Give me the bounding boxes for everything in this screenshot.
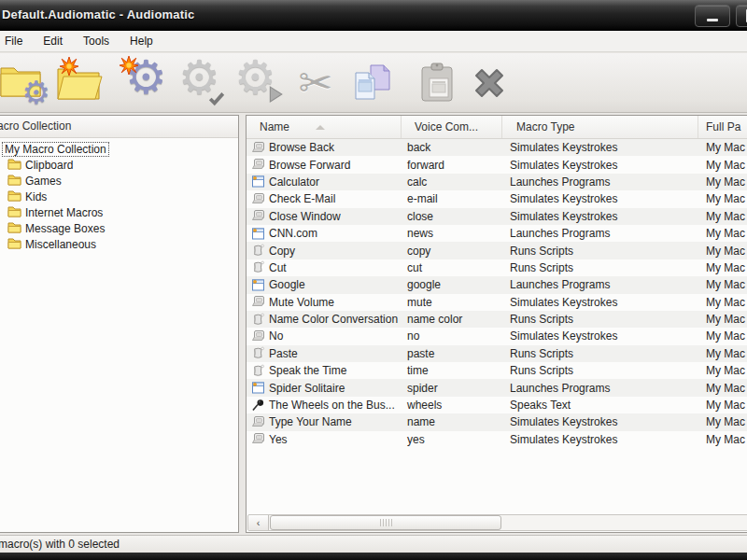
table-row[interactable]: Speak the Time time Runs Scripts My Mac [247, 362, 747, 379]
table-row[interactable]: Calculator calc Launches Programs My Mac [247, 174, 747, 190]
program-icon [251, 381, 265, 395]
speech-icon [251, 399, 265, 413]
table-row[interactable]: Google google Launches Programs My Mac [247, 276, 747, 293]
macro-name: Google [269, 278, 305, 291]
voice-command: spider [402, 382, 502, 395]
new-macro-button[interactable]: ⚙ [120, 56, 172, 110]
column-header-full-path[interactable]: Full Pa [698, 116, 747, 138]
tree-item-games[interactable]: Games [0, 173, 238, 189]
table-row[interactable]: Copy copy Runs Scripts My Mac [247, 242, 747, 259]
table-row[interactable]: CNN.com news Launches Programs My Mac [247, 225, 747, 242]
script-icon [251, 364, 265, 378]
table-row[interactable]: Yes yes Simulates Keystrokes My Mac [247, 431, 747, 448]
macro-type: Launches Programs [502, 175, 698, 189]
macro-type: Simulates Keystrokes [502, 159, 698, 172]
menu-bar: File Edit Tools Help [0, 31, 747, 52]
table-row[interactable]: No no Simulates Keystrokes My Mac [247, 328, 747, 344]
tree-item-internet-macros[interactable]: Internet Macros [0, 204, 238, 220]
minimize-icon [707, 19, 718, 21]
macro-type: Launches Programs [502, 227, 698, 240]
macro-name: Paste [269, 347, 298, 360]
full-path: My Mac [698, 210, 747, 223]
voice-command: mute [402, 296, 502, 309]
cut-button[interactable]: ✂ [289, 56, 342, 110]
folder-icon [7, 158, 21, 173]
macro-type: Runs Scripts [502, 245, 698, 258]
column-header-macro-type[interactable]: Macro Type [502, 116, 698, 138]
table-row[interactable]: The Wheels on the Bus... wheels Speaks T… [247, 397, 747, 413]
macro-name: Cut [269, 261, 287, 274]
collection-tree: My Macro Collection Clipboard [0, 138, 238, 252]
macro-type: Simulates Keystrokes [502, 415, 698, 428]
column-header-voice-command[interactable]: Voice Com... [402, 116, 502, 138]
program-icon [251, 227, 265, 241]
table-row[interactable]: Mute Volume mute Simulates Keystrokes My… [247, 294, 747, 311]
macro-type: Simulates Keystrokes [502, 296, 698, 309]
copy-button[interactable] [345, 56, 398, 110]
keystrokes-icon [251, 329, 265, 343]
menu-file[interactable]: File [0, 32, 33, 50]
paste-button[interactable] [411, 56, 463, 110]
full-path: My Mac [698, 175, 747, 189]
full-path: My Mac [698, 141, 747, 154]
voice-command: name [402, 415, 502, 428]
new-collection-button[interactable] [52, 56, 105, 110]
macro-type: Simulates Keystrokes [502, 433, 698, 446]
table-row[interactable]: Check E-Mail e-mail Simulates Keystrokes… [247, 190, 747, 207]
tree-item-my-macro-collection[interactable]: My Macro Collection [0, 141, 238, 157]
voice-command: news [402, 227, 502, 240]
macro-type: Simulates Keystrokes [502, 192, 698, 205]
folder-icon [7, 221, 21, 236]
scissors-icon: ✂ [299, 63, 333, 104]
macro-name: Calculator [269, 175, 319, 189]
horizontal-scrollbar[interactable]: ‹ [247, 514, 747, 531]
table-row[interactable]: Name Color Conversation name color Runs … [247, 311, 747, 328]
macro-name: No [269, 329, 283, 343]
table-row[interactable]: Close Window close Simulates Keystrokes … [247, 208, 747, 225]
table-row[interactable]: Paste paste Runs Scripts My Mac [247, 345, 747, 362]
macro-name: Spider Solitaire [269, 382, 345, 395]
tree-item-miscellaneous[interactable]: Miscellaneous [0, 236, 238, 252]
scroll-left-button[interactable]: ‹ [248, 515, 269, 530]
column-header-name[interactable]: Name [247, 116, 402, 138]
table-row[interactable]: Spider Solitaire spider Launches Program… [247, 379, 747, 396]
menu-tools[interactable]: Tools [73, 32, 120, 50]
titlebar[interactable]: Default.Audiomatic - Audiomatic ✕ [0, 0, 747, 31]
macro-type: Runs Scripts [502, 261, 698, 274]
full-path: My Mac [698, 382, 747, 395]
macro-type: Runs Scripts [502, 313, 698, 326]
macro-type: Speaks Text [502, 399, 698, 412]
table-row[interactable]: Browse Back back Simulates Keystrokes My… [247, 139, 747, 156]
gear-play-icon: ⚙ [234, 58, 281, 108]
run-macro-button[interactable]: ⚙ [232, 56, 284, 110]
tree-item-message-boxes[interactable]: Message Boxes [0, 220, 238, 236]
menu-help[interactable]: Help [120, 32, 163, 50]
collection-settings-button[interactable]: ⚙ [0, 56, 50, 110]
keystrokes-icon [251, 141, 265, 155]
table-row[interactable]: Type Your Name name Simulates Keystrokes… [247, 413, 747, 430]
table-row[interactable]: Browse Forward forward Simulates Keystro… [247, 156, 747, 173]
maximize-button[interactable] [736, 5, 747, 27]
menu-edit[interactable]: Edit [33, 32, 73, 50]
table-row[interactable]: Cut cut Runs Scripts My Mac [247, 259, 747, 276]
macro-type: Simulates Keystrokes [502, 329, 698, 343]
voice-command: e-mail [402, 192, 502, 205]
minimize-button[interactable] [695, 5, 730, 27]
script-icon [251, 244, 265, 258]
program-icon [251, 278, 265, 292]
toolbar: ⚙ ⚙ ⚙ ⚙ ✂ [0, 53, 747, 113]
script-icon [251, 346, 265, 360]
full-path: My Mac [698, 415, 747, 428]
scrollbar-thumb[interactable] [270, 515, 501, 530]
macro-type: Launches Programs [502, 278, 698, 291]
voice-command: close [402, 210, 502, 223]
tree-item-clipboard[interactable]: Clipboard [0, 157, 238, 173]
macro-name: Browse Back [269, 141, 334, 154]
macro-name: Browse Forward [269, 159, 350, 172]
edit-macro-button[interactable]: ⚙ [174, 56, 226, 110]
delete-button[interactable] [463, 56, 515, 110]
paste-icon [416, 62, 458, 105]
collection-panel: Macro Collection My Macro Collection Cli… [0, 115, 239, 533]
full-path: My Mac [698, 296, 747, 309]
tree-item-kids[interactable]: Kids [0, 189, 238, 204]
